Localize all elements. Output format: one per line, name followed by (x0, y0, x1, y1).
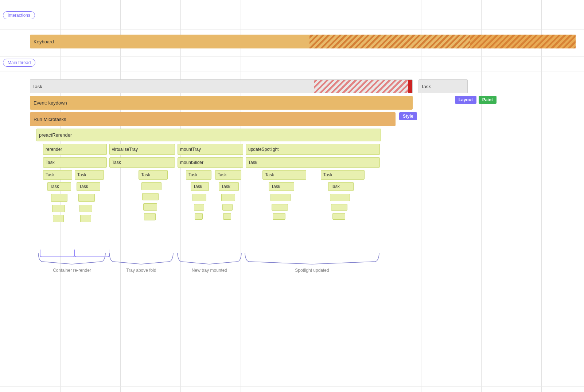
layout-badge: Layout (455, 96, 476, 104)
keyboard-bar-extension (470, 35, 576, 48)
main-thread-label[interactable]: Main thread (3, 59, 35, 67)
update-spotlight-block: updateSpotlight (246, 144, 380, 155)
rerender-deep2 (78, 194, 95, 202)
rerender-deep1 (51, 194, 67, 202)
container-rerender-brace (36, 251, 108, 266)
new-tray-mounted-label: New tray mounted (176, 268, 243, 273)
virtualise-tray-block: virtualiseTray (109, 144, 175, 155)
uspotlight-deep3b (332, 213, 345, 220)
vtray-deep1 (141, 182, 161, 190)
uspotlight-deep2a (272, 204, 288, 211)
rerender-deeper2 (79, 205, 92, 212)
tray-above-fold-label: Tray above fold (108, 268, 175, 273)
keyboard-hatch (309, 35, 470, 48)
paint-badge: Paint (479, 96, 497, 104)
mslider-deepest1 (195, 213, 203, 220)
event-keydown-bar: Event: keydown (30, 96, 413, 110)
spotlight-updated-brace (243, 251, 381, 266)
task-red-cap (408, 80, 412, 93)
mslider-deepest2 (223, 213, 231, 220)
uspotlight-task3b: Task (328, 182, 354, 191)
mslider-task2a: Task (186, 170, 211, 180)
uspotlight-deep1a (270, 194, 291, 201)
uspotlight-deep1b (330, 194, 350, 201)
mslider-deep1 (192, 194, 206, 201)
uspotlight-task3a: Task (269, 182, 294, 191)
timeline-container: Interactions Keyboard Main thread Task T… (0, 0, 584, 392)
mslider-task2b: Task (215, 170, 241, 180)
uspotlight-task2a: Task (262, 170, 306, 180)
rerender-deeper1 (52, 205, 65, 212)
mount-tray-block: mountTray (178, 144, 243, 155)
interactions-label[interactable]: Interactions (3, 11, 35, 19)
spotlight-updated-label: Spotlight updated (243, 268, 381, 273)
mslider-deeper1 (194, 204, 204, 211)
virtualise-task: Task (109, 157, 175, 168)
uspotlight-deep3a (273, 213, 285, 220)
rerender-deepest1 (53, 215, 64, 222)
run-microtasks-bar: Run Microtasks (30, 112, 396, 126)
vtray-deep4 (144, 213, 156, 220)
uspotlight-deep2b (331, 204, 347, 211)
task-hatch (314, 80, 412, 93)
mslider-task3b: Task (219, 182, 239, 191)
rerender-deepest2 (80, 215, 91, 222)
keyboard-bar: Keyboard (30, 35, 470, 48)
mount-slider-block: mountSlider (178, 157, 243, 168)
rerender-task3a: Task (47, 182, 71, 191)
mslider-deeper2 (222, 204, 233, 211)
keyboard-hatch-ext (470, 35, 576, 48)
vtray-deep3 (143, 203, 157, 211)
task-bar-left: Task (30, 79, 413, 93)
rerender-block: rerender (43, 144, 107, 155)
container-rerender-label: Container re-render (36, 268, 108, 273)
style-badge: Style (399, 112, 417, 120)
mslider-deep2 (221, 194, 235, 201)
update-spotlight-task: Task (246, 157, 380, 168)
rerender-task2b: Task (75, 170, 104, 180)
mslider-task3a: Task (191, 182, 209, 191)
new-tray-mounted-brace (176, 251, 243, 266)
uspotlight-task2b: Task (321, 170, 365, 180)
vtray-task2: Task (139, 170, 168, 180)
rerender-task2a: Task (43, 170, 72, 180)
vtray-deep2 (142, 193, 159, 200)
rerender-task: Task (43, 157, 107, 168)
rerender-task3b: Task (77, 182, 100, 191)
task-bar-right: Task (418, 79, 468, 93)
tray-above-fold-brace (108, 251, 175, 266)
preact-rerender-block: preactRerender (36, 129, 381, 141)
